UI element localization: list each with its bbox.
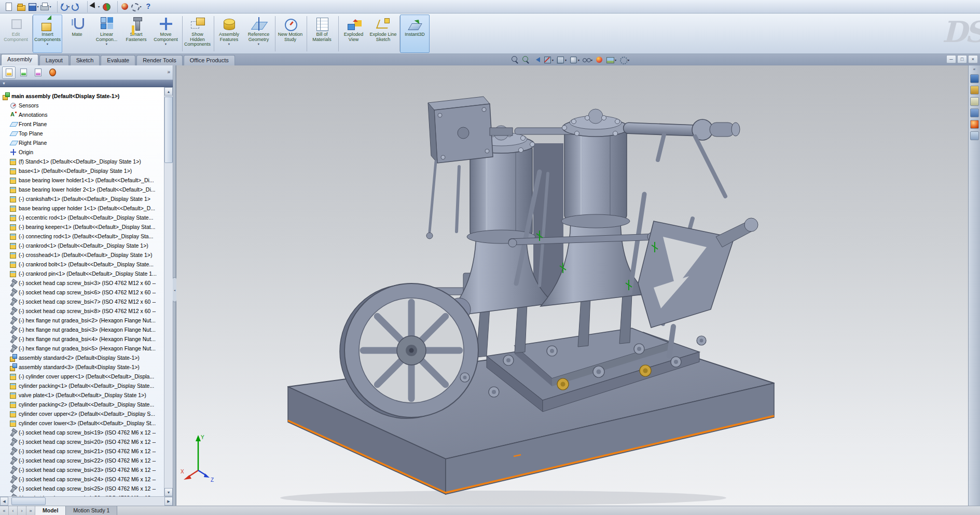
design-library-button[interactable] xyxy=(970,86,979,94)
tree-horizontal-scrollbar[interactable]: ◀ ▶ xyxy=(0,496,173,506)
smart-fasteners-button[interactable]: Smart Fasteners ▾ xyxy=(121,15,151,53)
appearances-scenes-button[interactable] xyxy=(970,120,979,129)
tree-item[interactable]: Sensors xyxy=(0,101,173,110)
view-orientation-button[interactable]: ▾ xyxy=(556,55,567,64)
tree-item[interactable]: (-) socket head cap screw_bsi<20> (ISO 4… xyxy=(0,437,173,446)
scroll-up-button[interactable]: ▲ xyxy=(164,87,173,96)
tree-item[interactable]: (-) hex flange nut gradea_bsi<5> (Hexago… xyxy=(0,344,173,353)
undo-button[interactable]: ▾ xyxy=(57,1,70,12)
tree-item[interactable]: Front Plane xyxy=(0,119,173,129)
displaymanager-tab[interactable] xyxy=(46,66,59,79)
edit-appearance-button[interactable]: ▾ xyxy=(595,55,604,64)
previous-view-button[interactable]: ▾ xyxy=(532,55,541,64)
tree-item[interactable]: base bearing lower holder1<1> (Default<<… xyxy=(0,175,173,185)
tab-layout[interactable]: Layout xyxy=(39,55,69,65)
tree-item[interactable]: cylinder packing<1> (Default<<Default>_D… xyxy=(0,381,173,390)
tree-item[interactable]: (-) socket head cap screw_bsi<23> (ISO 4… xyxy=(0,465,173,475)
move-component-button[interactable]: Move Component ▾ xyxy=(151,15,181,53)
tree-item[interactable]: (-) hex flange nut gradea_bsi<2> (Hexago… xyxy=(0,316,173,325)
tree-item[interactable]: valve plate<1> (Default<<Default>_Displa… xyxy=(0,390,173,400)
last-tab-button[interactable]: » xyxy=(26,506,35,515)
tab-assembly[interactable]: Assembly xyxy=(1,54,38,65)
tree-item[interactable]: (-) socket head cap screw_bsi<22> (ISO 4… xyxy=(0,456,173,465)
tree-item[interactable]: (-) hex flange nut gradea_bsi<4> (Hexago… xyxy=(0,334,173,344)
tree-item[interactable]: (-) crankrod pin<1> (Default<<Default>_D… xyxy=(0,269,173,278)
new-document-button[interactable]: ▾ xyxy=(2,1,15,12)
tree-item[interactable]: assembly standard<3> (Default<Display St… xyxy=(0,362,173,372)
tab-render-tools[interactable]: Render Tools xyxy=(136,55,183,65)
show-hidden-components-button[interactable]: Show Hidden Components ▾ xyxy=(183,15,212,53)
tree-item[interactable]: (-) socket head cap screw_bsi<6> (ISO 47… xyxy=(0,288,173,297)
task-pane-collapse-chevron[interactable]: « xyxy=(969,67,980,72)
zoom-to-area-button[interactable]: ▾ xyxy=(521,55,530,64)
view-palette-button[interactable] xyxy=(970,109,979,117)
model-tab[interactable]: Model xyxy=(35,506,66,515)
hide-show-items-button[interactable]: ▾ xyxy=(582,55,593,64)
scrollbar-thumb[interactable] xyxy=(11,497,46,505)
edit-color-button[interactable]: ▾ xyxy=(117,1,130,12)
tab-evaluate[interactable]: Evaluate xyxy=(101,55,135,65)
exploded-view-button[interactable]: Exploded View ▾ xyxy=(339,15,368,53)
next-tab-button[interactable]: › xyxy=(18,506,26,515)
tree-item[interactable]: main assembly (Default<Display State-1>) xyxy=(0,91,173,101)
tree-item[interactable]: (-) socket head cap screw_bsi<24> (ISO 4… xyxy=(0,475,173,484)
display-style-button[interactable]: ▾ xyxy=(569,55,580,64)
first-tab-button[interactable]: « xyxy=(0,506,9,515)
select-button[interactable]: ▾ xyxy=(87,1,100,12)
view-settings-button[interactable]: ▾ xyxy=(618,55,630,64)
tree-item[interactable]: cylinder cover lower<3> (Default<<Defaul… xyxy=(0,418,173,428)
tree-item[interactable]: (-) bearing keeper<1> (Default<<Default>… xyxy=(0,222,173,232)
prev-tab-button[interactable]: ‹ xyxy=(9,506,18,515)
apply-scene-button[interactable]: ▾ xyxy=(605,55,617,64)
open-document-button[interactable]: ▾ xyxy=(15,1,27,12)
featuremanager-tab[interactable] xyxy=(2,66,16,79)
tree-item[interactable]: (-) socket head cap screw_bsi<21> (ISO 4… xyxy=(0,446,173,456)
tree-item[interactable]: assembly standard<2> (Default<Display St… xyxy=(0,353,173,362)
graphics-area[interactable]: Y X Z xyxy=(176,65,968,506)
print-button[interactable]: ▾ xyxy=(39,1,52,12)
new-motion-study-button[interactable]: New Motion Study ▾ xyxy=(275,15,305,53)
tree-item[interactable]: Top Plane xyxy=(0,129,173,138)
tree-item[interactable]: base bearing lower holder 2<1> (Default<… xyxy=(0,185,173,194)
tree-item[interactable]: base bearing upper holder 1<1> (Default<… xyxy=(0,204,173,213)
tree-item[interactable]: (-) cylinder cover upper<1> (Default<<De… xyxy=(0,372,173,381)
panel-overflow-chevron[interactable]: » xyxy=(167,69,170,75)
tree-item[interactable]: Origin xyxy=(0,147,173,157)
tab-office-products[interactable]: Office Products xyxy=(184,55,235,65)
tree-item[interactable]: (f) Stand<1> (Default<<Default>_Display … xyxy=(0,157,173,166)
solidworks-resources-button[interactable] xyxy=(970,74,979,83)
zoom-to-fit-button[interactable]: ▾ xyxy=(510,55,519,64)
assembly-features-button[interactable]: Assembly Features ▾ xyxy=(214,15,244,53)
instant3d-button[interactable]: Instant3D ▾ xyxy=(400,15,430,53)
tree-filter-bar[interactable]: ▼ xyxy=(0,80,173,87)
tree-item[interactable]: (-) crankshaft<1> (Default<<Default>_Dis… xyxy=(0,194,173,204)
tree-item[interactable]: (-) crosshead<1> (Default<<Default>_Disp… xyxy=(0,250,173,260)
options-button[interactable]: ▾ xyxy=(130,1,142,12)
tree-item[interactable]: (-) eccentric rod<1> (Default<<Default>_… xyxy=(0,213,173,222)
section-view-button[interactable]: ▾ xyxy=(543,55,554,64)
bill-of-materials-button[interactable]: Bill of Materials ▾ xyxy=(307,15,337,53)
rebuild-button[interactable]: ▾ xyxy=(100,1,112,12)
tree-item[interactable]: (-) socket head cap screw_bsi<25> (ISO 4… xyxy=(0,484,173,493)
tree-item[interactable]: (-) crankrod bolt<1> (Default<<Default>_… xyxy=(0,260,173,269)
file-explorer-button[interactable] xyxy=(970,97,979,106)
custom-properties-button[interactable] xyxy=(970,131,979,140)
tree-item[interactable]: (-) connecting rod<1> (Default<<Default>… xyxy=(0,232,173,241)
help-button[interactable]: ▾ xyxy=(142,1,155,12)
motion-study-tab[interactable]: Motion Study 1 xyxy=(66,506,117,515)
explode-line-sketch-button[interactable]: Explode Line Sketch ▾ xyxy=(368,15,398,53)
tree-item[interactable]: (-) hex flange nut gradea_bsi<3> (Hexago… xyxy=(0,325,173,334)
insert-components-button[interactable]: Insert Components ▾ xyxy=(33,15,62,53)
configurationmanager-tab[interactable] xyxy=(31,66,45,79)
close-button[interactable]: × xyxy=(968,55,978,63)
tree-item[interactable]: (-) socket head cap screw_bsi<8> (ISO 47… xyxy=(0,306,173,316)
tree-item[interactable]: (-) crankrod<1> (Default<<Default>_Displ… xyxy=(0,241,173,250)
tree-item[interactable]: Annotations xyxy=(0,110,173,119)
tab-sketch[interactable]: Sketch xyxy=(70,55,100,65)
tree-item[interactable]: (-) socket head cap screw_bsi<7> (ISO 47… xyxy=(0,297,173,306)
save-button[interactable]: ▾ xyxy=(27,1,39,12)
tree-item[interactable]: (-) socket head cap screw_bsi<19> (ISO 4… xyxy=(0,428,173,437)
tree-item[interactable]: base<1> (Default<<Default>_Display State… xyxy=(0,166,173,175)
minimize-button[interactable]: ─ xyxy=(946,55,956,63)
tree-item[interactable]: cylinder cover upper<2> (Default<<Defaul… xyxy=(0,409,173,418)
